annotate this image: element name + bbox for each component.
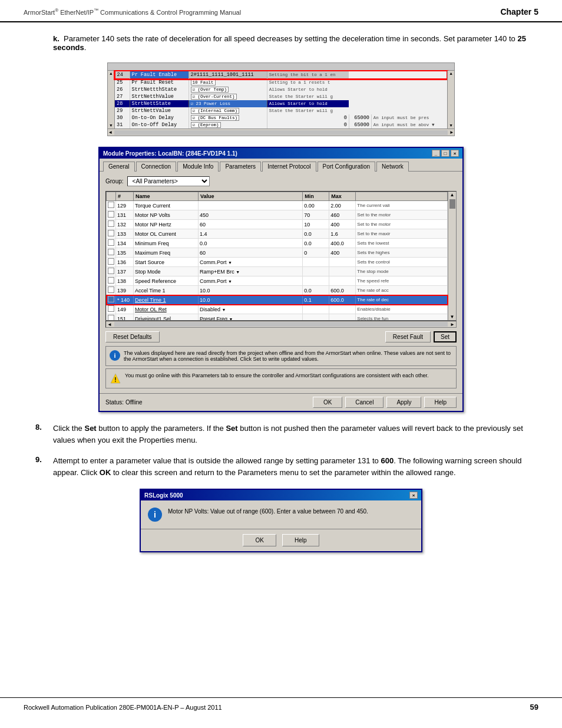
module-dialog-container: Module Properties: LocalBN: (284E-FVD1P4… (35, 147, 527, 412)
step-k: k. Parameter 140 sets the rate of decele… (35, 34, 527, 52)
param-row-139: 139 Accel Time 1 10.0 0.0 600.0 The rate… (107, 286, 448, 295)
tab-port-config[interactable]: Port Configuration (318, 162, 376, 172)
footer-btns: OK Cancel Apply Help (313, 397, 457, 408)
param-row-26: 26 StrtNettthState ☑ (Over Temp) Allows … (115, 86, 447, 93)
param-row-138: 138 Speed Reference Comm.Port ▼ The spee… (107, 276, 448, 286)
step-9-num: 9. (35, 455, 47, 478)
numbered-steps: 8. Click the Set button to apply the par… (35, 423, 527, 478)
param-list-screenshot-container: ▲ ▼ 24 Pr Fault Enable 2#1111_1111_1001_… (35, 62, 527, 136)
dialog-footer: Status: Offline OK Cancel Apply Help (100, 393, 462, 411)
page-header: ArmorStart® EtherNet/IP™ Communications … (0, 0, 562, 22)
header-title: ArmorStart® EtherNet/IP™ Communications … (24, 8, 241, 16)
module-dialog-title: Module Properties: LocalBN: (284E-FVD1P4… (103, 150, 237, 157)
footer-left: Rockwell Automation Publication 280E-PM0… (24, 704, 222, 711)
rslogix-message: Motor NP Volts: Value out of range (600)… (168, 508, 368, 516)
param-row-24: 24 Pr Fault Enable 2#1111_1111_1001_1111… (115, 71, 447, 79)
tab-parameters[interactable]: Parameters (220, 162, 261, 172)
left-scrollbar: ▲ ▼ (108, 71, 115, 129)
tab-internet[interactable]: Internet Protocol (262, 162, 316, 172)
param-row-135: 135 Maximum Freq 60 0 400 Sets the highe… (107, 248, 448, 258)
step-9-text: Attempt to enter a parameter value that … (53, 455, 527, 478)
status-label: Status: (105, 399, 124, 406)
warn-icon-outer: ! (110, 373, 121, 384)
param-row-131: 131 Motor NP Volts 450 70 460 Set to the… (107, 210, 448, 220)
svg-text:!: ! (114, 377, 116, 383)
table-scrollbar: ▲ ▼ (448, 192, 456, 320)
tab-connection[interactable]: Connection (136, 162, 177, 172)
chapter-label: Chapter 5 (500, 7, 538, 17)
param-list-table: 24 Pr Fault Enable 2#1111_1111_1001_1111… (115, 71, 448, 129)
rslogix-titlebar: RSLogix 5000 × (141, 490, 421, 500)
param-row-151: 151 Driveinput1 Sel Preset Freq ▼ Select… (107, 314, 448, 321)
minimize-btn[interactable]: _ (432, 150, 440, 157)
col-name: Name (134, 192, 199, 201)
info-text: The values displayed here are read direc… (124, 350, 452, 362)
info-section: i The values displayed here are read dir… (105, 346, 457, 366)
rslogix-ok-btn[interactable]: OK (243, 534, 276, 546)
param-row-30: 30 On-to-On Delay ☑ (DC Bus Faults) 0 65… (115, 114, 447, 121)
step-8-num: 8. (35, 423, 47, 446)
warn-section: ! You must go online with this Parameter… (105, 368, 457, 388)
rslogix-dialog: RSLogix 5000 × i Motor NP Volts: Value o… (140, 489, 422, 552)
param-row-137: 137 Stop Mode Ramp+EM Brc ▼ The stop mod… (107, 267, 448, 276)
right-action-btns: Reset Fault Set (385, 331, 457, 342)
param-row-134: 134 Minimum Freq 0.0 0.0 400.0 Sets the … (107, 239, 448, 248)
horiz-scrollbar: ◄ ► (105, 321, 457, 328)
maximize-btn[interactable]: □ (441, 150, 449, 157)
rslogix-help-btn[interactable]: Help (282, 534, 319, 546)
param-list-table-area: ▲ ▼ 24 Pr Fault Enable 2#1111_1111_1001_… (108, 71, 454, 129)
params-table: # Name Value Min Max 129 (106, 192, 448, 321)
col-value: Value (199, 192, 303, 201)
col-note (356, 192, 448, 201)
param-list-titlebar (108, 63, 454, 71)
win-controls: _ □ × (432, 150, 459, 157)
page-footer: Rockwell Automation Publication 280E-PM0… (0, 697, 562, 716)
reset-fault-btn[interactable]: Reset Fault (385, 331, 431, 342)
main-content: k. Parameter 140 sets the rate of decele… (0, 22, 562, 575)
param-row-28: 28 StrtNettState ☑ 23 Power Loss Allows … (115, 100, 447, 107)
set-btn[interactable]: Set (434, 331, 457, 342)
group-label: Group: (105, 178, 124, 185)
tab-network[interactable]: Network (376, 162, 409, 172)
param-row-133: 133 Motor OL Current 1.4 0.0 1.6 Set to … (107, 229, 448, 239)
warning-icon: ! (110, 373, 121, 384)
info-icon: i (110, 350, 120, 361)
apply-btn[interactable]: Apply (386, 397, 421, 408)
param-row-27: 27 StrtNetthValue ☑ (Over-Current) State… (115, 93, 447, 100)
right-scrollbar: ▲ ▼ (447, 71, 454, 129)
bottom-buttons-row: Reset Defaults Reset Fault Set (105, 331, 457, 342)
param-row-140: * 140 Decel Time 1 10.0 0.1 600.0 The ra… (107, 295, 448, 305)
rslogix-close-btn[interactable]: × (409, 492, 418, 499)
close-btn[interactable]: × (451, 150, 459, 157)
bottom-scrollbar: ◄ ► (108, 129, 454, 136)
param-row-149: 149 Motor OL Ret Disabled ▼ Enables/disa… (107, 305, 448, 314)
status-value: Offline (125, 399, 143, 406)
module-dialog: Module Properties: LocalBN: (284E-FVD1P4… (98, 147, 464, 412)
tab-module-info[interactable]: Module Info (177, 162, 219, 172)
group-row: Group: <All Parameters> (105, 176, 457, 186)
step-9: 9. Attempt to enter a parameter value th… (35, 455, 527, 478)
param-row-31: 31 On-to-Off Delay ☑ (Eeprom) 0 65000 An… (115, 121, 447, 129)
param-row-25: 25 Pr Fault Reset 10 Fault Setting to a … (115, 79, 447, 87)
ok-btn[interactable]: OK (313, 397, 342, 408)
cancel-btn[interactable]: Cancel (345, 397, 384, 408)
param-row-132: 132 Motor NP Hertz 60 10 400 Set to the … (107, 220, 448, 229)
group-select[interactable]: <All Parameters> (127, 176, 210, 186)
tab-general[interactable]: General (103, 162, 135, 172)
param-row-129: 129 Torque Current 0.00 2.00 The current… (107, 201, 448, 210)
warn-text: You must go online with this Parameters … (125, 373, 428, 378)
rslogix-footer: OK Help (141, 529, 421, 551)
step-8: 8. Click the Set button to apply the par… (35, 423, 527, 446)
col-max: Max (329, 192, 356, 201)
footer-right: 59 (530, 703, 538, 711)
help-btn[interactable]: Help (424, 397, 457, 408)
reset-defaults-btn[interactable]: Reset Defaults (105, 331, 160, 342)
rslogix-dialog-container: RSLogix 5000 × i Motor NP Volts: Value o… (35, 489, 527, 552)
param-list-screenshot: ▲ ▼ 24 Pr Fault Enable 2#1111_1111_1001_… (107, 62, 455, 136)
status-area: Status: Offline (105, 399, 143, 406)
rslogix-title: RSLogix 5000 (144, 492, 183, 499)
step-8-text: Click the Set button to apply the parame… (53, 423, 527, 446)
param-row-136: 136 Start Source Comm.Port ▼ Sets the co… (107, 258, 448, 267)
dialog-body: Group: <All Parameters> # Name Val (100, 172, 462, 393)
step-k-text: k. Parameter 140 sets the rate of decele… (53, 34, 527, 52)
